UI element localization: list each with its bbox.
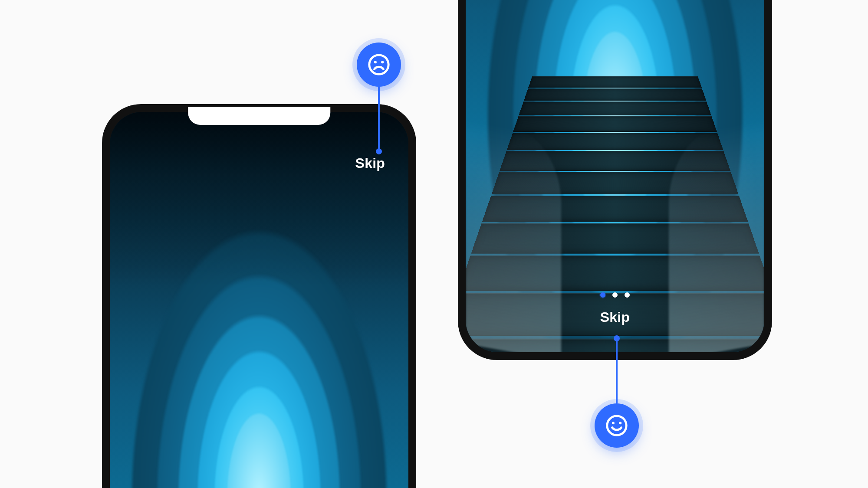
svg-point-4 [612,422,615,424]
diagram-stage: Skip [0,0,868,488]
phone-screen-left: Skip [110,112,408,488]
frown-icon [357,43,401,87]
svg-point-3 [607,416,626,435]
svg-point-2 [381,61,384,63]
page-dot-2[interactable] [612,292,618,298]
smile-icon [595,403,639,448]
callout-connector-happy [616,338,618,403]
phone-mock-left: Skip [102,104,416,488]
phone-screen-right: Skip [466,0,764,352]
skip-button-bottom-center[interactable]: Skip [600,309,630,325]
svg-point-5 [619,422,621,424]
svg-point-1 [374,61,377,63]
phone-notch [188,107,330,125]
phone-mock-right: Skip [458,0,772,360]
skip-button-top-right[interactable]: Skip [355,155,385,171]
page-indicator[interactable] [600,292,630,298]
page-dot-1[interactable] [600,292,605,298]
page-dot-3[interactable] [625,292,630,298]
svg-point-0 [369,55,388,74]
callout-connector-sad [378,85,380,151]
ice-cave-background [466,0,764,352]
